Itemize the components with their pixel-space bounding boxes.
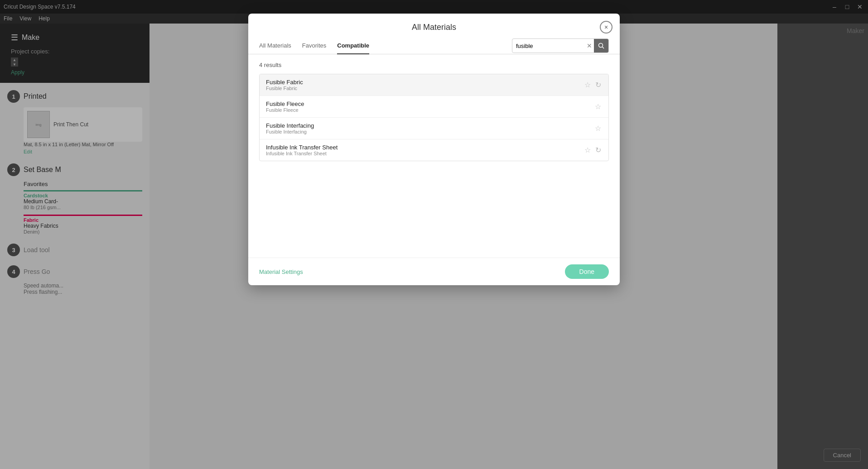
modal-header: All Materials × — [248, 14, 620, 38]
tab-all-materials[interactable]: All Materials — [259, 38, 291, 54]
tab-compatible[interactable]: Compatible — [337, 38, 369, 54]
modal-footer: Material Settings Done — [248, 258, 620, 285]
material-item-3-actions: ☆ — [594, 123, 602, 134]
tab-favorites[interactable]: Favorites — [302, 38, 326, 54]
material-item-2-name: Fusible Fleece — [266, 100, 594, 107]
material-settings-link[interactable]: Material Settings — [259, 268, 303, 275]
refresh-button-4[interactable]: ↻ — [594, 145, 602, 155]
material-item-4[interactable]: Infusible Ink Transfer Sheet Infusible I… — [260, 139, 608, 161]
material-item-4-actions: ☆ ↻ — [583, 145, 602, 155]
material-item-1-text: Fusible Fabric Fusible Fabric — [266, 79, 583, 91]
star-button-4[interactable]: ☆ — [583, 145, 592, 155]
svg-point-0 — [599, 43, 603, 48]
search-icon — [598, 43, 604, 49]
search-input[interactable] — [512, 41, 585, 51]
modal-overlay: All Materials × All Materials Favorites … — [0, 0, 868, 469]
material-item-3-name: Fusible Interfacing — [266, 122, 594, 129]
star-button-3[interactable]: ☆ — [594, 123, 602, 134]
material-item-3-sub: Fusible Interfacing — [266, 129, 594, 134]
material-item-3[interactable]: Fusible Interfacing Fusible Interfacing … — [260, 118, 608, 139]
materials-modal: All Materials × All Materials Favorites … — [248, 14, 620, 285]
modal-body: 4 results Fusible Fabric Fusible Fabric … — [248, 54, 620, 258]
search-container: ✕ — [512, 38, 609, 53]
search-clear-button[interactable]: ✕ — [585, 42, 594, 49]
material-item-1[interactable]: Fusible Fabric Fusible Fabric ☆ ↻ — [260, 74, 608, 96]
svg-line-1 — [603, 47, 604, 49]
material-item-4-text: Infusible Ink Transfer Sheet Infusible I… — [266, 144, 583, 156]
material-item-2-text: Fusible Fleece Fusible Fleece — [266, 100, 594, 113]
search-submit-button[interactable] — [594, 38, 608, 53]
material-item-1-actions: ☆ ↻ — [583, 80, 602, 90]
refresh-button-1[interactable]: ↻ — [594, 80, 602, 90]
star-button-2[interactable]: ☆ — [594, 101, 602, 112]
material-item-3-text: Fusible Interfacing Fusible Interfacing — [266, 122, 594, 134]
modal-title: All Materials — [412, 23, 456, 32]
modal-tabs: All Materials Favorites Compatible ✕ — [248, 38, 620, 54]
material-item-2-actions: ☆ — [594, 101, 602, 112]
material-item-2[interactable]: Fusible Fleece Fusible Fleece ☆ — [260, 96, 608, 118]
material-item-1-sub: Fusible Fabric — [266, 86, 583, 91]
material-list: Fusible Fabric Fusible Fabric ☆ ↻ Fusibl… — [259, 74, 609, 161]
modal-close-button[interactable]: × — [600, 21, 612, 34]
done-button[interactable]: Done — [565, 264, 609, 279]
star-button-1[interactable]: ☆ — [583, 80, 592, 90]
material-item-2-sub: Fusible Fleece — [266, 107, 594, 113]
material-item-4-name: Infusible Ink Transfer Sheet — [266, 144, 583, 151]
results-count: 4 results — [259, 62, 609, 68]
material-item-1-name: Fusible Fabric — [266, 79, 583, 86]
material-item-4-sub: Infusible Ink Transfer Sheet — [266, 151, 583, 156]
